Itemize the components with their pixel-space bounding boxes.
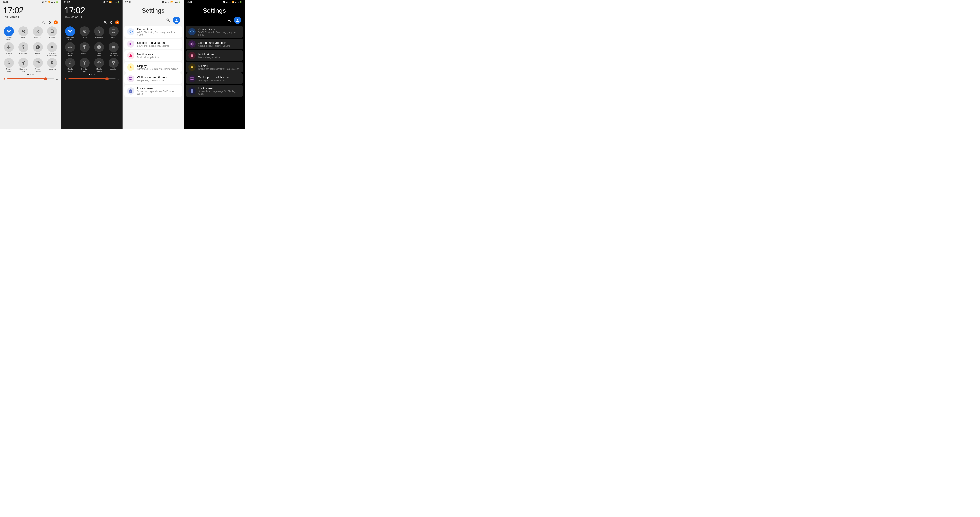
- quick-tile-mobiledata[interactable]: Mobiledata: [64, 58, 76, 72]
- status-bar: 17:02 🖼 📶 70% 🔋: [184, 0, 245, 4]
- quick-tile-mobiledata[interactable]: Mobiledata: [2, 58, 16, 72]
- tile-label-mobiledata: Mobiledata: [67, 68, 73, 72]
- quick-tile-wireless[interactable]: WirelessPowerShare: [107, 42, 120, 57]
- user-avatar[interactable]: [234, 17, 241, 24]
- page-dot-0: [27, 74, 29, 75]
- tile-label-power: Powermode: [35, 52, 40, 57]
- brightness-chevron[interactable]: ⌄: [117, 77, 120, 81]
- quick-tile-flashlight[interactable]: Flashlight: [78, 42, 91, 57]
- settings-button[interactable]: [109, 21, 113, 24]
- settings-item-wallpapers[interactable]: Wallpapers and themes Wallpapers, Themes…: [186, 73, 243, 84]
- settings-subtitle-lockscreen: Screen lock type, Always On Display, Clo…: [198, 90, 240, 95]
- settings-subtitle-connections: Wi-Fi, Bluetooth, Data usage, Airplane m…: [137, 31, 179, 36]
- search-button[interactable]: [166, 18, 170, 22]
- settings-panel-panel4: 17:02 🖼 📶 70% 🔋 Settings: [184, 0, 245, 129]
- search-button[interactable]: [42, 21, 46, 24]
- settings-title-sounds: Sounds and vibration: [137, 41, 179, 45]
- brightness-slider[interactable]: [68, 78, 115, 80]
- settings-subtitle-lockscreen: Screen lock type, Always On Display, Clo…: [137, 90, 179, 95]
- settings-search-row: [123, 17, 184, 25]
- settings-item-lockscreen[interactable]: Lock screen Screen lock type, Always On …: [124, 85, 182, 97]
- shade-panel-panel1: 17:02 📶 70% 🔋 17:02 Thu, March 14 N: [0, 0, 61, 129]
- date: Thu, March 14: [3, 16, 58, 19]
- settings-icon-lockscreen: [188, 87, 196, 95]
- settings-title-connections: Connections: [198, 27, 240, 31]
- quick-tile-bluelight[interactable]: Blue lightfilter: [78, 58, 91, 72]
- quick-tile-power[interactable]: Powermode: [92, 42, 106, 57]
- settings-icon-notifications: [127, 52, 134, 59]
- settings-item-lockscreen[interactable]: Lock screen Screen lock type, Always On …: [186, 85, 243, 97]
- user-avatar[interactable]: [173, 17, 180, 24]
- tile-icon-wifi: [4, 26, 14, 36]
- brightness-slider[interactable]: [7, 78, 54, 80]
- tile-icon-mute: [18, 26, 28, 36]
- page-dots: [61, 73, 122, 76]
- settings-item-connections[interactable]: Connections Wi-Fi, Bluetooth, Data usage…: [124, 25, 182, 38]
- settings-subtitle-sounds: Sound mode, Ringtone, Volume: [198, 45, 240, 47]
- page-dot-2: [94, 74, 95, 75]
- settings-item-wallpapers[interactable]: Wallpapers and themes Wallpapers, Themes…: [124, 73, 182, 84]
- settings-subtitle-notifications: Block, allow, prioritize: [198, 56, 240, 59]
- settings-item-sounds[interactable]: Sounds and vibration Sound mode, Rington…: [186, 38, 243, 49]
- tile-icon-mobiledata: [4, 58, 14, 68]
- bottom-handle: [87, 128, 96, 128]
- quick-tile-portrait[interactable]: Portrait: [107, 26, 120, 41]
- quick-tile-wifi[interactable]: TitanGate-Guest: [64, 26, 76, 41]
- settings-button[interactable]: [48, 21, 51, 24]
- settings-search-row: [184, 17, 245, 25]
- search-button[interactable]: [103, 21, 107, 24]
- date: Thu, March 14: [64, 16, 119, 19]
- tile-label-power: Powermode: [96, 52, 102, 57]
- settings-item-connections[interactable]: Connections Wi-Fi, Bluetooth, Data usage…: [186, 25, 243, 38]
- tile-label-mute: Mute: [83, 37, 87, 39]
- settings-title-sounds: Sounds and vibration: [198, 41, 240, 45]
- tile-label-location: Location: [110, 68, 117, 70]
- tile-icon-power: [33, 42, 43, 52]
- quick-tile-airplane[interactable]: Airplanemode: [64, 42, 76, 57]
- settings-subtitle-connections: Wi-Fi, Bluetooth, Data usage, Airplane m…: [198, 31, 240, 36]
- tile-label-portrait: Portrait: [49, 37, 55, 39]
- settings-item-sounds[interactable]: Sounds and vibration Sound mode, Rington…: [124, 38, 182, 49]
- quick-tile-location[interactable]: Location: [46, 58, 59, 72]
- quick-tile-portrait[interactable]: Portrait: [46, 26, 59, 41]
- settings-item-display[interactable]: Display Brightness, Blue light filter, H…: [186, 62, 243, 73]
- status-bar: 17:02 📶 70% 🔋: [0, 0, 61, 4]
- settings-text-connections: Connections Wi-Fi, Bluetooth, Data usage…: [137, 27, 179, 36]
- settings-item-notifications[interactable]: Notifications Block, allow, prioritize: [124, 50, 182, 61]
- tile-label-airplane: Airplanemode: [5, 52, 12, 57]
- quick-tile-flashlight[interactable]: Flashlight: [17, 42, 30, 57]
- quick-tile-bluelight[interactable]: Blue lightfilter: [17, 58, 30, 72]
- quick-tile-power[interactable]: Powermode: [31, 42, 45, 57]
- quick-tile-bluetooth[interactable]: Bluetooth: [31, 26, 45, 41]
- brightness-row: ☀ ⌄: [0, 76, 61, 82]
- settings-item-display[interactable]: Display Brightness, Blue light filter, H…: [124, 62, 182, 73]
- brightness-chevron[interactable]: ⌄: [56, 77, 58, 81]
- notif-badge[interactable]: N: [115, 21, 119, 24]
- tile-label-flashlight: Flashlight: [81, 52, 88, 55]
- shade-panel-panel2: 17:02 📶 70% 🔋 17:02 Thu, March 14 N: [61, 0, 123, 129]
- brightness-icon: ☀: [64, 77, 67, 81]
- quick-tile-mute[interactable]: Mute: [17, 26, 30, 41]
- quick-tile-location[interactable]: Location: [107, 58, 120, 72]
- tile-label-hotspot: MobileHotspot: [96, 68, 102, 72]
- quick-tile-airplane[interactable]: Airplanemode: [2, 42, 16, 57]
- settings-list: Connections Wi-Fi, Bluetooth, Data usage…: [184, 25, 245, 129]
- settings-icon-notifications: [188, 52, 196, 59]
- settings-subtitle-display: Brightness, Blue light filter, Home scre…: [198, 68, 240, 70]
- notif-badge[interactable]: N: [54, 21, 58, 24]
- quick-tile-wireless[interactable]: WirelessPowerShare: [46, 42, 59, 57]
- quick-tile-wifi[interactable]: TitanGate-Guest: [2, 26, 16, 41]
- tile-icon-airplane: [4, 42, 14, 52]
- quick-tile-mute[interactable]: Mute: [78, 26, 91, 41]
- quick-tile-hotspot[interactable]: MobileHotspot: [92, 58, 106, 72]
- tile-label-mobiledata: Mobiledata: [6, 68, 11, 72]
- settings-title-display: Display: [198, 64, 240, 68]
- settings-item-notifications[interactable]: Notifications Block, allow, prioritize: [186, 50, 243, 61]
- tile-label-wifi: TitanGate-Guest: [5, 37, 13, 41]
- shade-actions: N: [61, 19, 122, 25]
- search-button[interactable]: [227, 18, 232, 22]
- quick-tile-bluetooth[interactable]: Bluetooth: [92, 26, 106, 41]
- settings-title-display: Display: [137, 64, 179, 68]
- quick-tile-hotspot[interactable]: MobileHotspot: [31, 58, 45, 72]
- tile-label-bluetooth: Bluetooth: [95, 37, 103, 39]
